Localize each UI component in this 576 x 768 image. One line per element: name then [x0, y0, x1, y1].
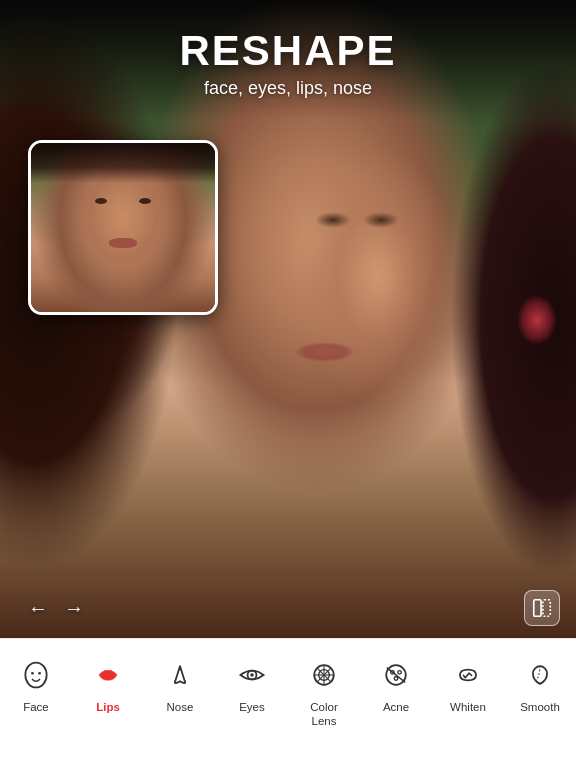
tool-face[interactable]: Face	[0, 651, 72, 719]
smooth-icon	[520, 655, 560, 695]
svg-point-3	[31, 672, 34, 675]
subtitle: face, eyes, lips, nose	[20, 78, 556, 99]
svg-point-4	[38, 672, 41, 675]
nose-icon	[160, 655, 200, 695]
color-lens-label: Color Lens	[310, 701, 337, 729]
smooth-label: Smooth	[520, 701, 560, 715]
before-thumbnail	[28, 140, 218, 315]
tool-color-lens[interactable]: Color Lens	[288, 651, 360, 733]
compare-button[interactable]	[524, 590, 560, 626]
eyes-label: Eyes	[239, 701, 265, 715]
acne-label: Acne	[383, 701, 409, 715]
next-arrow[interactable]: →	[64, 597, 84, 620]
svg-point-6	[250, 673, 254, 677]
title-overlay: RESHAPE face, eyes, lips, nose	[0, 0, 576, 119]
acne-icon	[376, 655, 416, 695]
main-image-area: RESHAPE face, eyes, lips, nose ← →	[0, 0, 576, 638]
face-icon	[16, 655, 56, 695]
lips-label: Lips	[96, 701, 120, 715]
nav-arrows: ← →	[28, 597, 84, 620]
tool-nose[interactable]: Nose	[144, 651, 216, 719]
svg-point-16	[394, 677, 398, 681]
color-lens-icon	[304, 655, 344, 695]
face-label: Face	[23, 701, 49, 715]
prev-arrow[interactable]: ←	[28, 597, 48, 620]
compare-icon	[531, 597, 553, 619]
tool-whiten[interactable]: Whiten	[432, 651, 504, 719]
svg-point-15	[398, 671, 402, 675]
tool-smooth[interactable]: Smooth	[504, 651, 576, 719]
main-title: RESHAPE	[20, 28, 556, 74]
bottom-toolbar: Face Lips Nose Eyes	[0, 638, 576, 768]
svg-rect-0	[534, 600, 541, 617]
eyes-icon	[232, 655, 272, 695]
svg-point-2	[25, 663, 46, 688]
tool-eyes[interactable]: Eyes	[216, 651, 288, 719]
nose-label: Nose	[167, 701, 194, 715]
tool-lips[interactable]: Lips	[72, 651, 144, 719]
whiten-icon	[448, 655, 488, 695]
whiten-label: Whiten	[450, 701, 486, 715]
tool-acne[interactable]: Acne	[360, 651, 432, 719]
before-face-image	[31, 143, 215, 312]
svg-rect-1	[543, 600, 550, 617]
lips-icon	[88, 655, 128, 695]
